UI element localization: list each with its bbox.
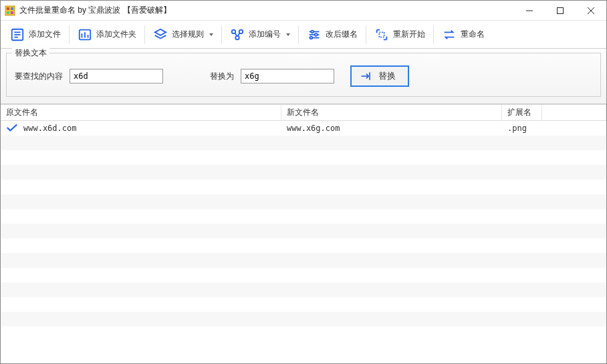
window-title: 文件批量重命名 by 宝鼎波波 【吾爱破解】 <box>19 5 171 16</box>
file-table: 原文件名 新文件名 扩展名 www.x6d.comwww.x6g.com.png <box>1 104 606 363</box>
check-icon <box>6 123 18 134</box>
find-label: 要查找的内容 <box>15 71 63 82</box>
replace-label: 替换为 <box>210 71 234 82</box>
table-row <box>1 136 606 150</box>
table-row <box>1 283 606 297</box>
table-row[interactable]: www.x6d.comwww.x6g.com.png <box>1 121 606 136</box>
svg-rect-2 <box>11 7 13 10</box>
table-row <box>1 209 606 224</box>
change-suffix-label: 改后缀名 <box>326 29 358 40</box>
replace-group: 替换文本 要查找的内容 替换为 替换 <box>6 53 601 97</box>
header-blank <box>542 105 606 120</box>
svg-point-26 <box>315 33 318 36</box>
table-row <box>1 180 606 194</box>
add-number-button[interactable]: 添加编号 <box>226 25 294 45</box>
close-button[interactable] <box>576 1 606 21</box>
rename-label: 重命名 <box>461 29 485 40</box>
svg-point-20 <box>235 35 239 39</box>
maximize-button[interactable] <box>545 1 576 21</box>
nodes-icon <box>230 27 245 42</box>
swap-icon <box>442 27 457 42</box>
table-row <box>1 253 606 268</box>
add-folder-label: 添加文件夹 <box>96 29 136 40</box>
header-new[interactable]: 新文件名 <box>281 105 502 120</box>
table-row <box>1 238 606 253</box>
table-row <box>1 150 606 165</box>
cell-new: www.x6g.com <box>281 124 502 133</box>
header-ext[interactable]: 扩展名 <box>502 105 542 120</box>
cell-ext: .png <box>502 124 542 133</box>
table-body[interactable]: www.x6d.comwww.x6g.com.png <box>1 121 606 363</box>
restart-label: 重新开始 <box>393 29 425 40</box>
separator <box>221 25 222 44</box>
table-row <box>1 312 606 327</box>
table-row <box>1 165 606 180</box>
rename-button[interactable]: 重命名 <box>438 25 489 45</box>
replace-input[interactable] <box>241 69 334 83</box>
svg-rect-3 <box>7 11 9 14</box>
header-original[interactable]: 原文件名 <box>1 105 281 120</box>
chevron-down-icon <box>209 33 213 36</box>
folder-icon <box>78 27 92 42</box>
separator <box>298 25 299 44</box>
svg-rect-1 <box>7 7 9 10</box>
sliders-icon <box>307 27 322 42</box>
file-plus-icon <box>10 27 25 42</box>
table-row <box>1 297 606 312</box>
add-file-button[interactable]: 添加文件 <box>6 25 65 45</box>
svg-line-22 <box>238 33 240 36</box>
svg-point-28 <box>310 36 313 39</box>
add-folder-button[interactable]: 添加文件夹 <box>74 25 140 45</box>
separator <box>433 25 434 44</box>
toolbar: 添加文件 添加文件夹 选择规则 添加编号 改后缀名 重新开始 <box>1 21 606 49</box>
restart-icon <box>374 27 389 42</box>
table-row <box>1 194 606 209</box>
table-header: 原文件名 新文件名 扩展名 <box>1 105 606 121</box>
layers-icon <box>153 27 168 42</box>
replace-action-icon <box>360 69 373 83</box>
cell-original: www.x6d.com <box>1 123 281 134</box>
add-file-label: 添加文件 <box>29 29 61 40</box>
svg-marker-17 <box>155 29 166 35</box>
table-row <box>1 268 606 283</box>
separator <box>144 25 145 44</box>
replace-button[interactable]: 替换 <box>350 65 409 87</box>
replace-panel: 替换文本 要查找的内容 替换为 替换 <box>1 49 606 104</box>
change-suffix-button[interactable]: 改后缀名 <box>303 25 362 45</box>
svg-point-24 <box>311 30 314 33</box>
find-input[interactable] <box>70 69 163 83</box>
chevron-down-icon <box>286 33 290 36</box>
add-number-label: 添加编号 <box>249 29 281 40</box>
replace-group-title: 替换文本 <box>12 47 49 59</box>
app-icon <box>5 5 15 16</box>
separator <box>69 25 70 44</box>
table-row <box>1 224 606 238</box>
replace-button-label: 替换 <box>378 70 396 82</box>
separator <box>366 25 366 44</box>
table-row <box>1 327 606 341</box>
restart-button[interactable]: 重新开始 <box>370 25 429 45</box>
select-rule-button[interactable]: 选择规则 <box>149 25 217 45</box>
titlebar: 文件批量重命名 by 宝鼎波波 【吾爱破解】 <box>1 1 606 21</box>
select-rule-label: 选择规则 <box>172 29 204 40</box>
window-controls <box>514 1 606 21</box>
svg-line-21 <box>235 33 237 36</box>
svg-rect-29 <box>379 32 384 37</box>
svg-rect-6 <box>558 7 564 13</box>
svg-rect-4 <box>11 11 13 14</box>
minimize-button[interactable] <box>514 1 545 21</box>
